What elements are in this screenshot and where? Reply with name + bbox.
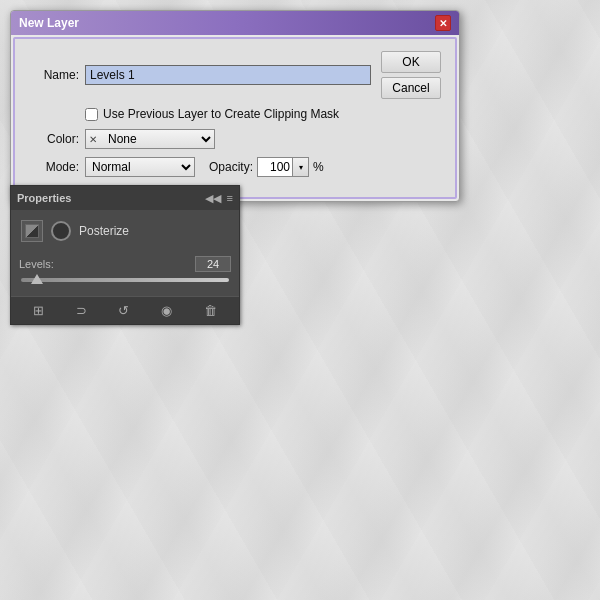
close-icon: ✕ bbox=[439, 18, 447, 29]
panel-title: Properties bbox=[17, 192, 71, 204]
panel-content: Posterize Levels: bbox=[11, 210, 239, 296]
color-select[interactable]: None Red Orange Yellow Green Blue Violet… bbox=[85, 129, 215, 149]
name-input[interactable] bbox=[85, 65, 371, 85]
effect-icon-inner bbox=[25, 224, 39, 238]
levels-slider-thumb[interactable] bbox=[31, 274, 43, 284]
properties-panel: Properties ◀◀ ≡ Posterize Levels: ⊞ ⊃ bbox=[10, 185, 240, 325]
ok-button[interactable]: OK bbox=[381, 51, 441, 73]
opacity-dropdown[interactable]: ▾ bbox=[293, 157, 309, 177]
opacity-label: Opacity: bbox=[209, 160, 253, 174]
dialog-body: Name: OK Cancel Use Previous Layer to Cr… bbox=[13, 37, 457, 199]
visibility-icon[interactable]: ◉ bbox=[159, 301, 174, 320]
levels-row: Levels: bbox=[19, 256, 231, 272]
new-layer-dialog: New Layer ✕ Name: OK Cancel Use Previous… bbox=[10, 10, 460, 202]
opacity-input[interactable] bbox=[257, 157, 293, 177]
dialog-titlebar: New Layer ✕ bbox=[11, 11, 459, 35]
levels-label: Levels: bbox=[19, 258, 54, 270]
curves-icon[interactable]: ⊃ bbox=[74, 301, 89, 320]
percent-label: % bbox=[313, 160, 324, 174]
clipping-mask-label: Use Previous Layer to Create Clipping Ma… bbox=[103, 107, 339, 121]
color-select-wrapper: None Red Orange Yellow Green Blue Violet… bbox=[85, 129, 215, 149]
levels-slider-track bbox=[21, 278, 229, 282]
mode-select[interactable]: Normal Dissolve Multiply Screen Overlay bbox=[85, 157, 195, 177]
clipping-mask-row: Use Previous Layer to Create Clipping Ma… bbox=[85, 107, 441, 121]
effect-name: Posterize bbox=[79, 224, 129, 238]
color-row: Color: None Red Orange Yellow Green Blue… bbox=[29, 129, 441, 149]
effect-circle-icon bbox=[51, 221, 71, 241]
panel-footer: ⊞ ⊃ ↺ ◉ 🗑 bbox=[11, 296, 239, 324]
clipping-mask-checkbox[interactable] bbox=[85, 108, 98, 121]
close-button[interactable]: ✕ bbox=[435, 15, 451, 31]
dialog-title: New Layer bbox=[19, 16, 79, 30]
panel-header-icons: ◀◀ ≡ bbox=[205, 192, 233, 205]
panel-menu-icon[interactable]: ≡ bbox=[227, 192, 233, 204]
levels-input[interactable] bbox=[195, 256, 231, 272]
trash-icon[interactable]: 🗑 bbox=[202, 301, 219, 320]
name-label: Name: bbox=[29, 68, 79, 82]
cancel-button[interactable]: Cancel bbox=[381, 77, 441, 99]
effect-icon-box bbox=[21, 220, 43, 242]
posterize-header: Posterize bbox=[19, 216, 231, 246]
layer-comp-icon[interactable]: ⊞ bbox=[31, 301, 46, 320]
color-label: Color: bbox=[29, 132, 79, 146]
name-row: Name: OK Cancel bbox=[29, 51, 441, 99]
levels-slider-container bbox=[19, 278, 231, 282]
reset-icon[interactable]: ↺ bbox=[116, 301, 131, 320]
panel-header: Properties ◀◀ ≡ bbox=[11, 186, 239, 210]
mode-label: Mode: bbox=[29, 160, 79, 174]
dialog-buttons: OK Cancel bbox=[381, 51, 441, 99]
collapse-icon[interactable]: ◀◀ bbox=[205, 192, 221, 205]
mode-row: Mode: Normal Dissolve Multiply Screen Ov… bbox=[29, 157, 441, 177]
